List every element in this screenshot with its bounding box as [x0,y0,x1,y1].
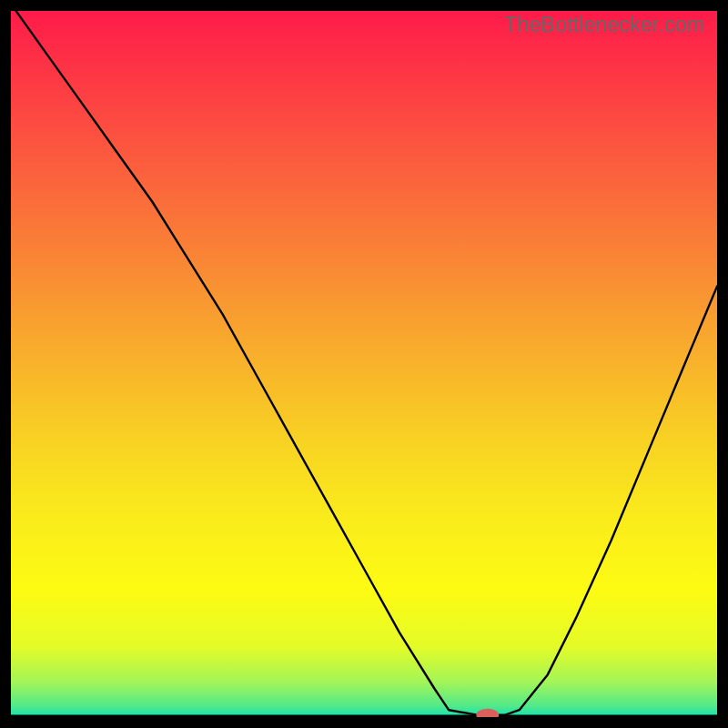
chart-frame: TheBottlenecker.com [11,11,717,717]
watermark-text: TheBottlenecker.com [504,13,704,37]
gradient-background [11,11,717,717]
bottleneck-chart [11,11,717,717]
